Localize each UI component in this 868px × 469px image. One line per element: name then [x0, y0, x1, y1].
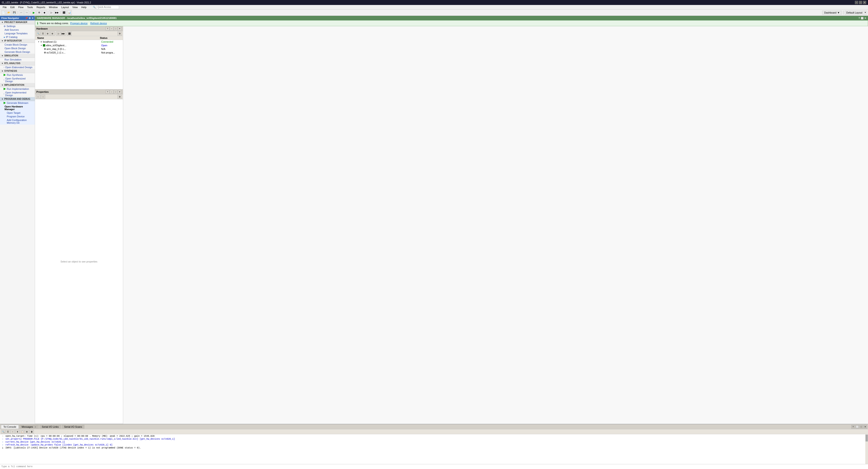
menu-reports[interactable]: Reports [35, 5, 47, 9]
prop-forward-btn[interactable]: → [41, 95, 45, 99]
tcl-command-input[interactable] [1, 465, 867, 468]
run-button[interactable]: ▶ [31, 10, 36, 15]
prop-panel-close-btn[interactable]: ✕ [118, 90, 122, 94]
section-project-manager-header[interactable]: ▼ PROJECT MANAGER [0, 20, 35, 24]
report-button[interactable]: 📊 [67, 10, 72, 15]
program-device-link[interactable]: Program device [70, 22, 88, 25]
section-implementation-header[interactable]: ▼ IMPLEMENTATION [0, 83, 35, 87]
console-clear-btn[interactable]: 🗑 [29, 430, 34, 434]
nav-ip-catalog[interactable]: ● IP Catalog [0, 35, 35, 39]
tree-row-xc7z020[interactable]: xc7z020_1 (1 c... Not progra... [35, 51, 123, 55]
redo-button[interactable]: ↪ [24, 10, 29, 15]
refresh-device-link[interactable]: Refresh device [90, 22, 107, 25]
console-scrollbar[interactable] [865, 434, 868, 464]
console-scrollbar-thumb[interactable] [866, 435, 868, 441]
tree-row-xilinx-tcf[interactable]: ▼ xilinx_tcf/Digilent... Open [35, 43, 123, 47]
hw-panel-close-btn[interactable]: ✕ [118, 27, 122, 30]
menu-tools[interactable]: Tools [25, 5, 35, 9]
maximize-button[interactable]: □ [859, 1, 862, 4]
nav-add-sources[interactable]: Add Sources [0, 28, 35, 32]
nav-run-implementation[interactable]: Run Implementation [0, 87, 35, 91]
nav-open-block-design[interactable]: Open Block Design [0, 46, 35, 50]
nav-open-target[interactable]: Open Target [0, 111, 35, 115]
tab-messages[interactable]: Messages ✕ [19, 425, 39, 429]
menu-edit[interactable]: Edit [8, 5, 17, 9]
tool3[interactable]: ◆ [42, 10, 47, 15]
hw-close-icon[interactable]: ✕ [864, 17, 866, 20]
hw-panel-maximize-btn[interactable]: □ [114, 27, 118, 30]
play-button[interactable]: ▷ [49, 10, 54, 15]
settings-button[interactable]: ⚙ [37, 10, 41, 15]
nav-generate-block-design[interactable]: Generate Block Design [0, 50, 35, 54]
quick-search-input[interactable] [96, 5, 119, 9]
menu-flow[interactable]: Flow [17, 5, 25, 9]
nav-settings[interactable]: ⚙ Settings [0, 24, 35, 28]
tree-row-arm-dap[interactable]: arm_dap_0 (0 c... N/A [35, 47, 123, 51]
tab-tcl-console[interactable]: Tcl Console [1, 425, 19, 429]
menu-layout[interactable]: Layout [59, 5, 70, 9]
nav-generate-bitstream[interactable]: Generate Bitstream [0, 101, 35, 105]
console-search-btn[interactable]: 🔍 [1, 430, 5, 434]
nav-run-synthesis[interactable]: Run Synthesis [0, 73, 35, 77]
nav-open-implemented[interactable]: › Open Implemented Design [0, 91, 35, 97]
new-file-button[interactable]: 📄 [1, 10, 6, 15]
hw-toolbar-stop-btn[interactable]: ⬛ [67, 32, 72, 36]
console-pause-btn[interactable]: ⏸ [15, 430, 20, 434]
messages-tab-close[interactable]: ✕ [35, 426, 36, 428]
tree-row-localhost[interactable]: ▼ 🖥 localhost (1) Connected [35, 40, 123, 43]
undo-button[interactable]: ↩ [19, 10, 24, 15]
nav-open-synthesized[interactable]: › Open Synthesized Design [0, 77, 35, 83]
prop-back-btn[interactable]: ← [36, 95, 40, 99]
section-simulation-header[interactable]: ▼ SIMULATION [0, 54, 35, 58]
hw-panel-help-btn[interactable]: ? [106, 27, 110, 30]
open-button[interactable]: 📂 [6, 10, 11, 15]
hw-help-icon[interactable]: ? [859, 17, 860, 20]
hw-toolbar-search-btn[interactable]: 🔍 [36, 32, 40, 36]
console-close-btn[interactable]: ✕ [864, 425, 867, 429]
settings-icon[interactable]: ⚙ [29, 17, 31, 20]
stop-button[interactable]: ⬛ [61, 10, 66, 15]
save-button[interactable]: 💾 [12, 10, 17, 15]
section-synthesis-header[interactable]: ▼ SYNTHESIS [0, 69, 35, 73]
console-up-btn[interactable]: ↑ [10, 430, 15, 434]
nav-program-device[interactable]: Program Device [0, 115, 35, 118]
hw-toolbar-open-btn[interactable]: ⊕ [45, 32, 50, 36]
console-maximize-btn[interactable]: □ [860, 425, 863, 429]
nav-open-elaborated[interactable]: › Open Elaborated Design [0, 65, 35, 69]
section-rtl-header[interactable]: ▼ RTL ANALYSIS [0, 61, 35, 65]
hw-float-icon[interactable]: ⬜ [861, 17, 864, 20]
tab-serial-io-links[interactable]: Serial I/O Links [39, 425, 61, 429]
console-float-btn[interactable]: ⬜ [855, 425, 859, 429]
prop-panel-minimize-btn[interactable]: ─ [110, 90, 114, 94]
menu-help[interactable]: Help [80, 5, 88, 9]
console-table-btn[interactable]: ⊞ [25, 430, 29, 434]
menu-file[interactable]: File [1, 5, 8, 9]
section-program-header[interactable]: ▼ PROGRAM AND DEBUG [0, 97, 35, 101]
hw-toolbar-settings-btn[interactable]: ⚙ [118, 32, 122, 36]
console-copy-btn[interactable]: 📋 [20, 430, 24, 434]
menu-view[interactable]: View [70, 5, 80, 9]
close-button[interactable]: ✕ [863, 1, 866, 4]
section-ip-integrator-header[interactable]: ▼ IP INTEGRATOR [0, 39, 35, 43]
hw-panel-minimize-btn[interactable]: ─ [110, 27, 114, 30]
layout-select[interactable]: Default Layout [845, 11, 867, 15]
nav-run-simulation[interactable]: Run Simulation [0, 58, 35, 61]
nav-add-config-memory[interactable]: Add Configuration Memory De [0, 118, 35, 125]
prop-panel-help-btn[interactable]: ? [106, 90, 110, 94]
minimize-button[interactable]: ─ [855, 1, 858, 4]
hw-toolbar-list-btn[interactable]: ☰ [41, 32, 45, 36]
dashboard-button[interactable]: Dashboard ▼ [822, 11, 842, 15]
console-help-btn[interactable]: ? [851, 425, 855, 429]
hw-toolbar-play-btn[interactable]: ▷ [56, 32, 61, 36]
tab-serial-io-scans[interactable]: Serial I/O Scans [62, 425, 85, 429]
hw-toolbar-play-all-btn[interactable]: ▶▶ [61, 32, 65, 36]
console-list-btn[interactable]: ☰ [6, 430, 10, 434]
nav-create-block-design[interactable]: Create Block Design [0, 43, 35, 46]
play-all-button[interactable]: ▶▶ [55, 10, 59, 15]
pin-icon[interactable]: 📌 [25, 17, 28, 20]
nav-open-hw-manager[interactable]: Open Hardware Manager [0, 105, 35, 111]
prop-panel-maximize-btn[interactable]: □ [114, 90, 118, 94]
hw-toolbar-close-target-btn[interactable]: ⊗ [50, 32, 55, 36]
prop-settings-btn[interactable]: ⚙ [118, 95, 122, 99]
close-icon[interactable]: ✕ [32, 17, 33, 20]
